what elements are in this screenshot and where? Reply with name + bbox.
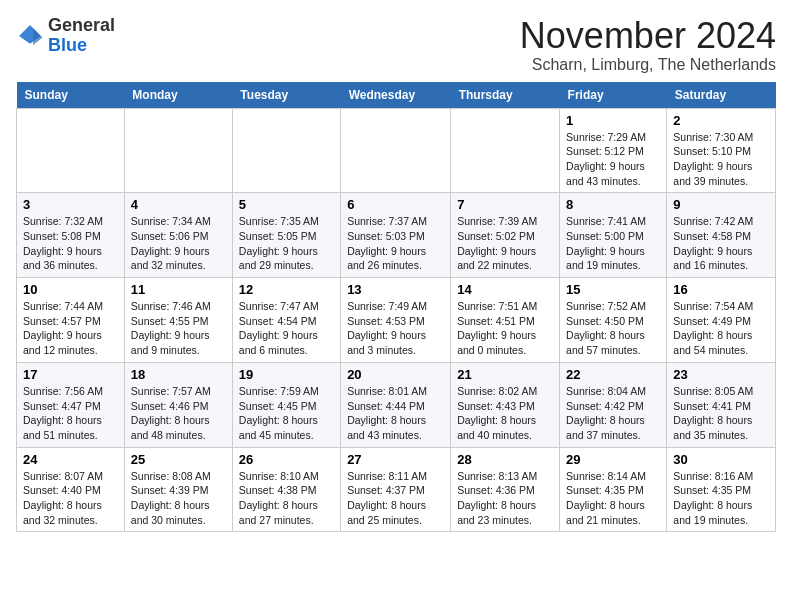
day-number: 3 xyxy=(23,197,118,212)
day-info: Sunrise: 8:16 AM Sunset: 4:35 PM Dayligh… xyxy=(673,469,769,528)
day-number: 19 xyxy=(239,367,334,382)
day-info: Sunrise: 8:02 AM Sunset: 4:43 PM Dayligh… xyxy=(457,384,553,443)
calendar-cell: 3Sunrise: 7:32 AM Sunset: 5:08 PM Daylig… xyxy=(17,193,125,278)
calendar-cell: 26Sunrise: 8:10 AM Sunset: 4:38 PM Dayli… xyxy=(232,447,340,532)
day-number: 28 xyxy=(457,452,553,467)
day-number: 13 xyxy=(347,282,444,297)
calendar-cell xyxy=(451,108,560,193)
day-info: Sunrise: 7:52 AM Sunset: 4:50 PM Dayligh… xyxy=(566,299,660,358)
calendar-cell: 20Sunrise: 8:01 AM Sunset: 4:44 PM Dayli… xyxy=(341,362,451,447)
header: General Blue November 2024 Scharn, Limbu… xyxy=(16,16,776,74)
day-number: 27 xyxy=(347,452,444,467)
day-number: 16 xyxy=(673,282,769,297)
day-info: Sunrise: 7:34 AM Sunset: 5:06 PM Dayligh… xyxy=(131,214,226,273)
day-info: Sunrise: 8:08 AM Sunset: 4:39 PM Dayligh… xyxy=(131,469,226,528)
day-number: 15 xyxy=(566,282,660,297)
calendar-cell: 29Sunrise: 8:14 AM Sunset: 4:35 PM Dayli… xyxy=(560,447,667,532)
logo-text: General Blue xyxy=(48,16,115,56)
day-number: 18 xyxy=(131,367,226,382)
day-number: 4 xyxy=(131,197,226,212)
month-title: November 2024 xyxy=(520,16,776,56)
day-info: Sunrise: 7:30 AM Sunset: 5:10 PM Dayligh… xyxy=(673,130,769,189)
day-number: 22 xyxy=(566,367,660,382)
day-info: Sunrise: 8:10 AM Sunset: 4:38 PM Dayligh… xyxy=(239,469,334,528)
calendar-cell: 27Sunrise: 8:11 AM Sunset: 4:37 PM Dayli… xyxy=(341,447,451,532)
day-info: Sunrise: 8:14 AM Sunset: 4:35 PM Dayligh… xyxy=(566,469,660,528)
day-info: Sunrise: 7:51 AM Sunset: 4:51 PM Dayligh… xyxy=(457,299,553,358)
day-info: Sunrise: 8:04 AM Sunset: 4:42 PM Dayligh… xyxy=(566,384,660,443)
calendar-cell: 15Sunrise: 7:52 AM Sunset: 4:50 PM Dayli… xyxy=(560,278,667,363)
calendar-cell: 7Sunrise: 7:39 AM Sunset: 5:02 PM Daylig… xyxy=(451,193,560,278)
calendar-cell: 24Sunrise: 8:07 AM Sunset: 4:40 PM Dayli… xyxy=(17,447,125,532)
day-info: Sunrise: 7:54 AM Sunset: 4:49 PM Dayligh… xyxy=(673,299,769,358)
logo-icon xyxy=(16,22,44,50)
day-number: 8 xyxy=(566,197,660,212)
day-info: Sunrise: 7:35 AM Sunset: 5:05 PM Dayligh… xyxy=(239,214,334,273)
calendar-cell: 21Sunrise: 8:02 AM Sunset: 4:43 PM Dayli… xyxy=(451,362,560,447)
calendar-cell: 22Sunrise: 8:04 AM Sunset: 4:42 PM Dayli… xyxy=(560,362,667,447)
calendar-cell: 10Sunrise: 7:44 AM Sunset: 4:57 PM Dayli… xyxy=(17,278,125,363)
day-info: Sunrise: 8:01 AM Sunset: 4:44 PM Dayligh… xyxy=(347,384,444,443)
day-number: 25 xyxy=(131,452,226,467)
calendar-cell: 13Sunrise: 7:49 AM Sunset: 4:53 PM Dayli… xyxy=(341,278,451,363)
calendar-cell: 16Sunrise: 7:54 AM Sunset: 4:49 PM Dayli… xyxy=(667,278,776,363)
calendar-cell: 6Sunrise: 7:37 AM Sunset: 5:03 PM Daylig… xyxy=(341,193,451,278)
calendar-cell: 2Sunrise: 7:30 AM Sunset: 5:10 PM Daylig… xyxy=(667,108,776,193)
calendar-cell: 30Sunrise: 8:16 AM Sunset: 4:35 PM Dayli… xyxy=(667,447,776,532)
col-header-friday: Friday xyxy=(560,82,667,109)
day-number: 21 xyxy=(457,367,553,382)
calendar-cell: 8Sunrise: 7:41 AM Sunset: 5:00 PM Daylig… xyxy=(560,193,667,278)
day-info: Sunrise: 8:11 AM Sunset: 4:37 PM Dayligh… xyxy=(347,469,444,528)
col-header-wednesday: Wednesday xyxy=(341,82,451,109)
col-header-tuesday: Tuesday xyxy=(232,82,340,109)
col-header-monday: Monday xyxy=(124,82,232,109)
calendar-cell: 25Sunrise: 8:08 AM Sunset: 4:39 PM Dayli… xyxy=(124,447,232,532)
calendar-cell xyxy=(232,108,340,193)
calendar-cell: 19Sunrise: 7:59 AM Sunset: 4:45 PM Dayli… xyxy=(232,362,340,447)
calendar-cell: 1Sunrise: 7:29 AM Sunset: 5:12 PM Daylig… xyxy=(560,108,667,193)
day-number: 12 xyxy=(239,282,334,297)
svg-marker-1 xyxy=(33,28,42,45)
calendar-cell xyxy=(124,108,232,193)
calendar-cell: 5Sunrise: 7:35 AM Sunset: 5:05 PM Daylig… xyxy=(232,193,340,278)
day-number: 29 xyxy=(566,452,660,467)
day-number: 9 xyxy=(673,197,769,212)
location-title: Scharn, Limburg, The Netherlands xyxy=(520,56,776,74)
calendar-cell: 14Sunrise: 7:51 AM Sunset: 4:51 PM Dayli… xyxy=(451,278,560,363)
calendar-cell: 9Sunrise: 7:42 AM Sunset: 4:58 PM Daylig… xyxy=(667,193,776,278)
col-header-sunday: Sunday xyxy=(17,82,125,109)
day-number: 7 xyxy=(457,197,553,212)
calendar-cell: 28Sunrise: 8:13 AM Sunset: 4:36 PM Dayli… xyxy=(451,447,560,532)
day-info: Sunrise: 8:05 AM Sunset: 4:41 PM Dayligh… xyxy=(673,384,769,443)
day-number: 23 xyxy=(673,367,769,382)
day-number: 30 xyxy=(673,452,769,467)
calendar-cell: 11Sunrise: 7:46 AM Sunset: 4:55 PM Dayli… xyxy=(124,278,232,363)
day-info: Sunrise: 7:39 AM Sunset: 5:02 PM Dayligh… xyxy=(457,214,553,273)
day-number: 6 xyxy=(347,197,444,212)
day-info: Sunrise: 7:42 AM Sunset: 4:58 PM Dayligh… xyxy=(673,214,769,273)
day-info: Sunrise: 7:59 AM Sunset: 4:45 PM Dayligh… xyxy=(239,384,334,443)
calendar-table: SundayMondayTuesdayWednesdayThursdayFrid… xyxy=(16,82,776,533)
day-info: Sunrise: 8:13 AM Sunset: 4:36 PM Dayligh… xyxy=(457,469,553,528)
day-info: Sunrise: 7:41 AM Sunset: 5:00 PM Dayligh… xyxy=(566,214,660,273)
day-info: Sunrise: 7:49 AM Sunset: 4:53 PM Dayligh… xyxy=(347,299,444,358)
day-info: Sunrise: 7:44 AM Sunset: 4:57 PM Dayligh… xyxy=(23,299,118,358)
day-number: 1 xyxy=(566,113,660,128)
calendar-cell: 23Sunrise: 8:05 AM Sunset: 4:41 PM Dayli… xyxy=(667,362,776,447)
day-number: 17 xyxy=(23,367,118,382)
calendar-cell xyxy=(341,108,451,193)
day-info: Sunrise: 7:37 AM Sunset: 5:03 PM Dayligh… xyxy=(347,214,444,273)
col-header-saturday: Saturday xyxy=(667,82,776,109)
day-info: Sunrise: 7:32 AM Sunset: 5:08 PM Dayligh… xyxy=(23,214,118,273)
day-number: 5 xyxy=(239,197,334,212)
day-number: 2 xyxy=(673,113,769,128)
col-header-thursday: Thursday xyxy=(451,82,560,109)
day-info: Sunrise: 7:57 AM Sunset: 4:46 PM Dayligh… xyxy=(131,384,226,443)
day-number: 24 xyxy=(23,452,118,467)
day-info: Sunrise: 7:29 AM Sunset: 5:12 PM Dayligh… xyxy=(566,130,660,189)
day-info: Sunrise: 7:47 AM Sunset: 4:54 PM Dayligh… xyxy=(239,299,334,358)
calendar-cell: 18Sunrise: 7:57 AM Sunset: 4:46 PM Dayli… xyxy=(124,362,232,447)
day-info: Sunrise: 8:07 AM Sunset: 4:40 PM Dayligh… xyxy=(23,469,118,528)
day-number: 20 xyxy=(347,367,444,382)
calendar-cell: 17Sunrise: 7:56 AM Sunset: 4:47 PM Dayli… xyxy=(17,362,125,447)
